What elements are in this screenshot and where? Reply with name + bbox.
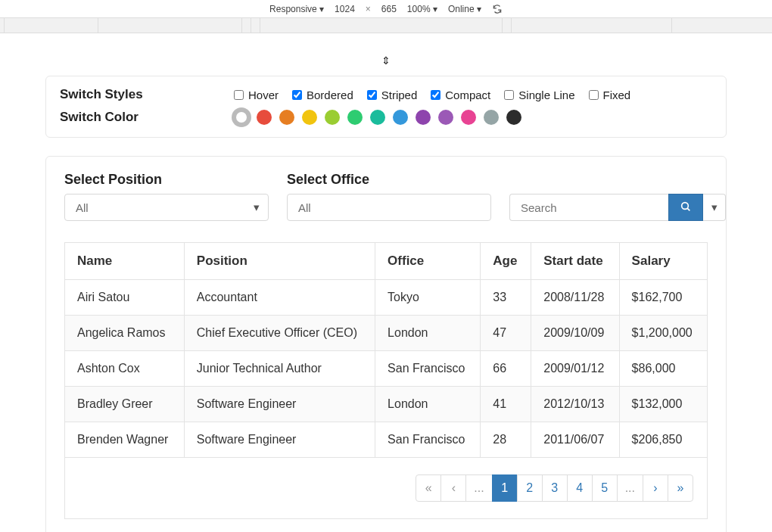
- color-swatch[interactable]: [279, 110, 294, 125]
- filters-panel: Select Position All ▾ Select Office: [45, 156, 727, 532]
- cell-office: San Francisco: [375, 422, 481, 458]
- svg-point-0: [682, 202, 689, 209]
- style-checkbox[interactable]: [234, 90, 244, 100]
- search-group: ▾: [509, 194, 726, 221]
- cell-salary: $162,700: [619, 280, 707, 316]
- device-mode[interactable]: Responsive ▾: [269, 4, 324, 14]
- select-position-label: Select Position: [64, 172, 269, 188]
- table-row: Airi SatouAccountantTokyo332008/11/28$16…: [65, 280, 708, 316]
- color-swatch[interactable]: [347, 110, 363, 125]
- style-toggle-compact[interactable]: Compact: [431, 89, 490, 101]
- style-checkbox[interactable]: [504, 90, 514, 100]
- color-swatch[interactable]: [257, 110, 272, 125]
- column-header-age[interactable]: Age: [481, 243, 531, 280]
- cell-office: San Francisco: [375, 351, 481, 387]
- search-button[interactable]: [668, 194, 703, 221]
- style-toggle-label: Single Line: [518, 89, 574, 101]
- cell-start: 2008/11/28: [531, 280, 619, 316]
- search-input[interactable]: [509, 194, 668, 221]
- style-toggle-bordered[interactable]: Bordered: [292, 89, 353, 101]
- table-row: Ashton CoxJunior Technical AuthorSan Fra…: [65, 351, 708, 387]
- cell-start: 2009/10/09: [531, 316, 619, 351]
- color-swatch[interactable]: [234, 110, 249, 125]
- search-options-toggle[interactable]: ▾: [703, 194, 726, 221]
- cell-name: Angelica Ramos: [65, 316, 185, 351]
- style-toggle-label: Hover: [248, 89, 279, 101]
- cell-office: London: [375, 387, 481, 422]
- viewport-height[interactable]: 665: [381, 4, 397, 14]
- cell-position: Software Engineer: [184, 387, 375, 422]
- page-page-3[interactable]: 3: [542, 474, 568, 502]
- cell-start: 2011/06/07: [531, 422, 619, 458]
- cell-position: Software Engineer: [184, 422, 375, 458]
- color-swatch[interactable]: [484, 110, 499, 125]
- page-page-1[interactable]: 1: [492, 474, 518, 502]
- select-office-input[interactable]: [287, 194, 491, 221]
- style-checkbox[interactable]: [292, 90, 302, 100]
- table-row: Angelica RamosChief Executive Officer (C…: [65, 316, 708, 351]
- pagination: «‹...12345...›»: [416, 474, 693, 502]
- color-swatch[interactable]: [461, 110, 476, 125]
- color-swatch[interactable]: [438, 110, 453, 125]
- cell-office: London: [375, 316, 481, 351]
- style-toggle-striped[interactable]: Striped: [367, 89, 418, 101]
- style-switcher-panel: Switch Styles HoverBorderedStripedCompac…: [45, 76, 727, 138]
- color-swatch[interactable]: [325, 110, 340, 125]
- zoom-level[interactable]: 100% ▾: [407, 4, 437, 14]
- cell-age: 28: [481, 422, 531, 458]
- column-header-office[interactable]: Office: [375, 243, 481, 280]
- style-checkbox[interactable]: [367, 90, 377, 100]
- column-header-position[interactable]: Position: [184, 243, 375, 280]
- cell-age: 33: [481, 280, 531, 316]
- cell-age: 41: [481, 387, 531, 422]
- style-toggle-label: Bordered: [307, 89, 353, 101]
- select-position-value: All: [76, 201, 89, 214]
- style-toggle-single-line[interactable]: Single Line: [504, 89, 574, 101]
- page-prev: ‹: [440, 474, 466, 502]
- page-next[interactable]: ›: [643, 474, 668, 502]
- table-row: Bradley GreerSoftware EngineerLondon4120…: [65, 387, 708, 422]
- cell-age: 47: [481, 316, 531, 351]
- cell-start: 2012/10/13: [531, 387, 619, 422]
- cell-salary: $132,000: [619, 387, 707, 422]
- cell-salary: $206,850: [619, 422, 707, 458]
- page-page-4[interactable]: 4: [567, 474, 593, 502]
- cell-start: 2009/01/12: [531, 351, 619, 387]
- color-swatch[interactable]: [506, 110, 521, 125]
- column-header-salary[interactable]: Salary: [619, 243, 707, 280]
- page-page-5[interactable]: 5: [592, 474, 618, 502]
- cell-salary: $1,200,000: [619, 316, 707, 351]
- page-ellipsis: ...: [465, 474, 492, 502]
- resize-handle-icon[interactable]: ⇕: [0, 54, 772, 67]
- viewport-width[interactable]: 1024: [335, 4, 355, 14]
- chevron-down-icon: ▾: [254, 201, 260, 214]
- data-table: NamePositionOfficeAgeStart dateSalary Ai…: [64, 242, 708, 458]
- cell-office: Tokyo: [375, 280, 481, 316]
- style-toggle-fixed[interactable]: Fixed: [589, 89, 631, 101]
- style-toggle-hover[interactable]: Hover: [234, 89, 279, 101]
- search-icon: [680, 201, 692, 215]
- network-mode[interactable]: Online ▾: [448, 4, 481, 14]
- rotate-icon[interactable]: [492, 4, 503, 14]
- switch-styles-label: Switch Styles: [60, 87, 234, 102]
- cell-name: Airi Satou: [65, 280, 185, 316]
- column-header-name[interactable]: Name: [65, 243, 185, 280]
- cell-age: 66: [481, 351, 531, 387]
- devtools-bar: Responsive ▾ 1024 × 665 100% ▾ Online ▾: [0, 0, 772, 18]
- select-office-label: Select Office: [287, 172, 491, 188]
- color-swatch[interactable]: [393, 110, 408, 125]
- color-swatch[interactable]: [370, 110, 385, 125]
- page-ellipsis: ...: [617, 474, 643, 502]
- color-swatch[interactable]: [302, 110, 317, 125]
- ruler-bar: [0, 18, 772, 33]
- viewport-sep: ×: [366, 4, 371, 14]
- page-page-2[interactable]: 2: [517, 474, 543, 502]
- style-toggle-label: Compact: [445, 89, 490, 101]
- color-swatch[interactable]: [416, 110, 431, 125]
- cell-position: Junior Technical Author: [184, 351, 375, 387]
- style-checkbox[interactable]: [589, 90, 599, 100]
- column-header-start-date[interactable]: Start date: [531, 243, 619, 280]
- style-checkbox[interactable]: [431, 90, 440, 100]
- select-position[interactable]: All ▾: [64, 194, 269, 221]
- page-last[interactable]: »: [668, 474, 693, 502]
